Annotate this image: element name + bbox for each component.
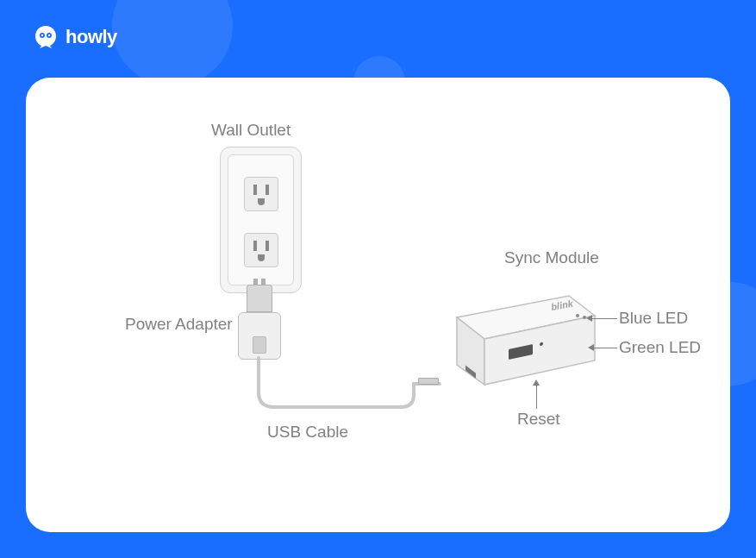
plug-illustration xyxy=(247,285,272,312)
wall-outlet-label: Wall Outlet xyxy=(211,121,291,140)
reset-label: Reset xyxy=(517,410,560,429)
arrow-icon xyxy=(588,344,594,351)
pointer-line xyxy=(593,348,617,348)
power-adapter-illustration xyxy=(238,312,281,360)
arrow-icon xyxy=(586,315,592,322)
usb-cable-label: USB Cable xyxy=(267,423,348,442)
diagram-card: Wall Outlet Power Adapter USB Cable Sync… xyxy=(26,78,730,532)
pointer-line xyxy=(536,385,537,409)
owl-icon xyxy=(33,24,59,50)
sync-module-label: Sync Module xyxy=(504,248,599,267)
outlet-socket-icon xyxy=(244,233,278,267)
svg-point-4 xyxy=(576,314,579,317)
sync-module-illustration: blink xyxy=(440,283,612,407)
pointer-line xyxy=(591,318,617,319)
wall-outlet-illustration xyxy=(220,147,302,293)
svg-point-3 xyxy=(48,34,50,36)
arrow-icon xyxy=(533,379,540,386)
usb-connector-icon xyxy=(418,378,439,385)
bg-decoration xyxy=(112,0,233,86)
green-led-label: Green LED xyxy=(619,338,701,357)
power-adapter-label: Power Adapter xyxy=(125,315,233,334)
brand-logo: howly xyxy=(33,24,117,50)
svg-point-2 xyxy=(41,34,43,36)
blue-led-label: Blue LED xyxy=(619,309,688,328)
outlet-socket-icon xyxy=(244,177,278,211)
brand-name: howly xyxy=(66,26,117,48)
setup-diagram: Wall Outlet Power Adapter USB Cable Sync… xyxy=(52,103,704,506)
